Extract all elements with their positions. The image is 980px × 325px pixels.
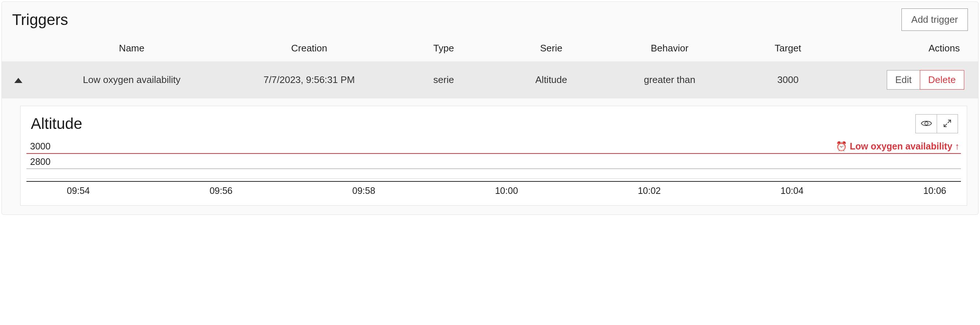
threshold-value-label: 3000 [30,141,51,152]
x-axis [26,181,961,182]
expand-toggle[interactable] [2,74,35,86]
col-creation: Creation [229,43,390,54]
eye-icon [921,120,932,128]
x-tick-label: 10:00 [495,185,518,196]
svg-marker-0 [14,78,22,83]
svg-line-3 [944,124,947,127]
col-type: Type [390,43,497,54]
cell-actions: Edit Delete [842,70,971,89]
x-tick-label: 09:58 [352,185,375,196]
grid-line: 2800 [26,169,961,169]
col-serie: Serie [497,43,605,54]
cell-name: Low oxygen availability [35,74,229,86]
panel-header: Triggers Add trigger [2,2,978,35]
expand-button[interactable] [937,114,958,133]
cell-type: serie [390,74,497,86]
x-tick-label: 10:06 [923,185,946,196]
x-tick-label: 09:54 [67,185,90,196]
delete-button[interactable]: Delete [920,70,964,89]
cell-target: 3000 [734,74,842,86]
chart-title: Altitude [31,115,82,132]
chart-panel: Altitude [20,106,967,206]
cell-behavior: greater than [605,74,734,86]
svg-point-1 [924,121,928,125]
x-tick-label: 09:56 [210,185,233,196]
col-actions: Actions [842,43,971,54]
page-title: Triggers [12,11,68,29]
x-ticks-row: 09:54 09:56 09:58 10:00 10:02 10:04 10:0… [26,183,961,196]
chart-header: Altitude [26,114,961,137]
table-header-row: Name Creation Type Serie Behavior Target… [2,35,978,61]
visibility-button[interactable] [915,114,937,133]
cell-creation: 7/7/2023, 9:56:31 PM [229,74,390,86]
col-name: Name [35,43,229,54]
svg-line-2 [948,120,951,123]
caret-up-icon [14,74,22,86]
threshold-label: ⏰ Low oxygen availability ↑ [836,141,959,152]
add-trigger-button[interactable]: Add trigger [902,8,968,31]
x-tick-label: 10:02 [638,185,661,196]
chart-area: 3000 ⏰ Low oxygen availability ↑ 2800 09… [26,140,961,199]
x-tick-label: 10:04 [781,185,804,196]
y-tick-label: 2800 [30,156,51,167]
threshold-line: 3000 ⏰ Low oxygen availability ↑ [26,153,961,154]
expand-icon [943,119,952,129]
grid-line-minor [26,178,961,179]
col-behavior: Behavior [605,43,734,54]
triggers-panel: Triggers Add trigger Name Creation Type … [2,2,978,215]
chart-actions [915,114,958,133]
cell-serie: Altitude [497,74,605,86]
col-target: Target [734,43,842,54]
table-row: Low oxygen availability 7/7/2023, 9:56:3… [2,61,978,99]
edit-button[interactable]: Edit [887,70,920,89]
